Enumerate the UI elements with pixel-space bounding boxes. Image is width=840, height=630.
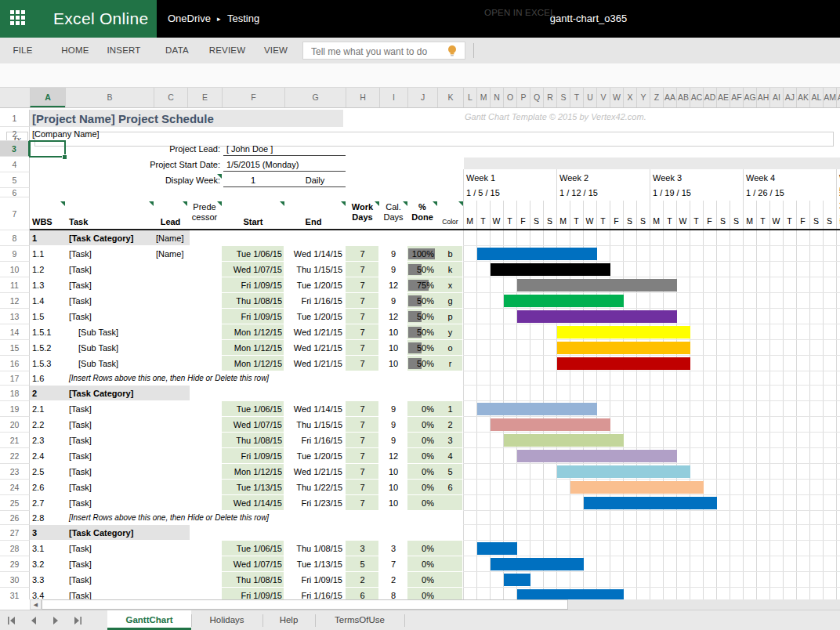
column-header-T[interactable]: T <box>570 88 583 107</box>
cell-caldays[interactable]: 8 <box>379 588 407 599</box>
column-header-J[interactable]: J <box>407 88 437 107</box>
cell-color-key[interactable]: p <box>437 309 463 324</box>
cell-color-key[interactable]: y <box>437 324 463 340</box>
cell-end[interactable]: Wed 1/14/15 <box>284 246 342 262</box>
cell-task[interactable]: [Task] <box>69 480 92 495</box>
cell-start[interactable]: Thu 1/08/15 <box>222 293 282 309</box>
column-header-AD[interactable]: AD <box>703 88 716 107</box>
cell-task[interactable]: [Task] <box>69 588 92 599</box>
column-header-U[interactable]: U <box>583 88 596 107</box>
row-header-18[interactable]: 18 <box>0 386 30 401</box>
column-header-Q[interactable]: Q <box>530 88 543 107</box>
cell-start[interactable]: Tue 1/06/15 <box>222 401 282 417</box>
cell-wbs[interactable]: 2.5 <box>32 464 44 480</box>
cell-caldays[interactable]: 3 <box>379 541 407 556</box>
cell-wbs[interactable]: 2.6 <box>32 480 44 495</box>
row-header-29[interactable]: 29 <box>0 556 30 572</box>
cell-end[interactable]: Tue 1/20/15 <box>284 448 342 464</box>
cell-color-key[interactable]: 3 <box>437 433 463 448</box>
column-header-M[interactable]: M <box>476 88 490 107</box>
cell-end[interactable]: Tue 1/20/15 <box>284 309 342 324</box>
cell-task[interactable]: [Task] <box>69 293 92 309</box>
cell-caldays[interactable]: 10 <box>379 495 407 511</box>
row-header-9[interactable]: 9 <box>0 246 30 262</box>
cell-workdays[interactable]: 7 <box>346 464 379 480</box>
cell-workdays[interactable]: 7 <box>346 495 379 511</box>
row-header-10[interactable]: 10 <box>0 262 30 277</box>
cell-wbs[interactable]: 3.3 <box>32 572 44 588</box>
cell-start[interactable]: Mon 1/12/15 <box>222 464 282 480</box>
cell-end[interactable]: Fri 1/16/15 <box>284 588 342 599</box>
cell-color-key[interactable]: r <box>437 356 463 371</box>
cell-start[interactable]: Fri 1/09/15 <box>222 588 282 599</box>
cell-workdays[interactable]: 7 <box>346 246 379 262</box>
cell-workdays[interactable]: 7 <box>346 324 379 340</box>
cell-color-key[interactable]: b <box>437 246 463 262</box>
column-header-I[interactable]: I <box>379 88 407 107</box>
cell-lead[interactable]: [Name] <box>156 246 183 262</box>
tab-help[interactable]: Help <box>262 610 315 630</box>
cell-done[interactable]: 0% <box>407 464 434 480</box>
column-header-AG[interactable]: AG <box>743 88 756 107</box>
column-header-H[interactable]: H <box>346 88 379 107</box>
row-header-1[interactable]: 1 <box>0 110 30 127</box>
cell-done[interactable]: 50% <box>407 262 434 277</box>
cell-end[interactable]: Fri 1/23/15 <box>284 495 342 511</box>
cell-wbs[interactable]: 1.4 <box>32 293 44 309</box>
cell-wbs[interactable]: 3.2 <box>32 556 44 572</box>
column-header-AE[interactable]: AE <box>716 88 730 107</box>
column-header-E[interactable]: E <box>187 88 222 107</box>
cell-workdays[interactable]: 7 <box>346 480 379 495</box>
cell-task[interactable]: [Task] <box>69 401 92 417</box>
cell-task[interactable]: [Task] <box>69 433 92 448</box>
column-header-C[interactable]: C <box>154 88 187 107</box>
column-header-N[interactable]: N <box>490 88 503 107</box>
column-header-O[interactable]: O <box>503 88 516 107</box>
cell-done[interactable]: 50% <box>407 340 434 356</box>
cell-start[interactable]: Tue 1/06/15 <box>222 541 282 556</box>
cell-caldays[interactable]: 9 <box>379 262 407 277</box>
column-header-W[interactable]: W <box>610 88 623 107</box>
column-header-AH[interactable]: AH <box>756 88 769 107</box>
start-date-value[interactable]: 1/5/2015 (Monday) <box>226 158 299 172</box>
row-header-21[interactable]: 21 <box>0 433 30 448</box>
cell-task[interactable]: [Task Category] <box>69 525 133 541</box>
cell-caldays[interactable]: 9 <box>379 417 407 433</box>
first-sheet-nav-icon[interactable] <box>6 615 17 626</box>
cell-wbs[interactable]: 2.4 <box>32 448 44 464</box>
cell-wbs[interactable]: 1.1 <box>32 246 44 262</box>
row-header-30[interactable]: 30 <box>0 572 30 588</box>
prev-sheet-nav-icon[interactable] <box>28 615 39 626</box>
page-title[interactable]: [Project Name] Project Schedule <box>32 110 214 127</box>
column-header-X[interactable]: X <box>623 88 636 107</box>
cell-done[interactable]: 50% <box>407 309 434 324</box>
cell-task[interactable]: [Task] <box>69 417 92 433</box>
cell-end[interactable]: Wed 1/21/15 <box>284 464 342 480</box>
cell-end[interactable]: Thu 1/08/15 <box>284 541 342 556</box>
cell-wbs[interactable]: 1.5.2 <box>32 340 51 356</box>
cell-workdays[interactable]: 7 <box>346 448 379 464</box>
column-header-V[interactable]: V <box>596 88 610 107</box>
row-header-3[interactable]: 3 <box>0 141 30 157</box>
cell-caldays[interactable]: 12 <box>379 309 407 324</box>
column-header-AA[interactable]: AA <box>663 88 676 107</box>
cell-caldays[interactable]: 9 <box>379 293 407 309</box>
cell-wbs[interactable]: 1.5.1 <box>32 324 51 340</box>
next-sheet-nav-icon[interactable] <box>50 615 61 626</box>
cell-task[interactable]: [Task] <box>69 277 92 293</box>
row-header-31[interactable]: 31 <box>0 588 30 599</box>
tell-me-search-box[interactable] <box>302 42 465 60</box>
column-header-B[interactable]: B <box>65 88 154 107</box>
row-header-23[interactable]: 23 <box>0 464 30 480</box>
row-header-6[interactable]: 6 <box>0 188 30 197</box>
cell-task[interactable]: [Sub Task] <box>78 340 118 356</box>
app-launcher-icon[interactable] <box>10 10 27 27</box>
cell-caldays[interactable]: 7 <box>379 556 407 572</box>
scrollbar-track[interactable] <box>568 599 840 610</box>
row-header-20[interactable]: 20 <box>0 417 30 433</box>
cell-end[interactable]: Wed 1/21/15 <box>284 324 342 340</box>
cell-end[interactable]: Wed 1/21/15 <box>284 340 342 356</box>
cell-color-key[interactable]: 6 <box>437 480 463 495</box>
cell-caldays[interactable]: 9 <box>379 246 407 262</box>
cell-end[interactable]: Thu 1/15/15 <box>284 262 342 277</box>
